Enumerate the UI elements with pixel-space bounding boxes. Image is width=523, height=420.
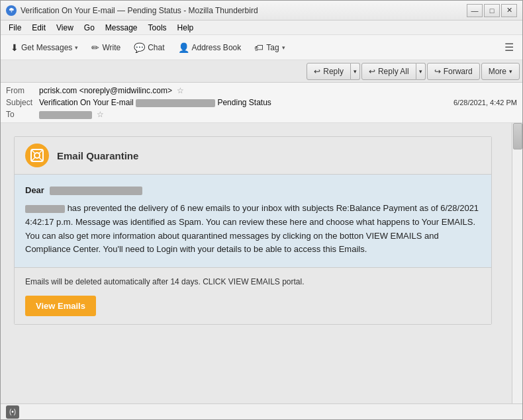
tag-icon: 🏷	[254, 42, 263, 53]
action-bar: ↩ Reply ▾ ↩ Reply All ▾ ↪ Forward More ▾	[1, 60, 522, 83]
scrollbar-track	[512, 123, 522, 403]
title-bar: 🌩 Verification On Your E-mail — Pending …	[1, 1, 522, 21]
from-row: From pcrisk.com <noreply@midwilinc.com> …	[6, 85, 517, 97]
hamburger-menu-button[interactable]: ☰	[500, 38, 518, 57]
subject-row: Subject Verification On Your E-mail Pend…	[6, 97, 517, 108]
to-redacted	[39, 111, 92, 119]
address-book-button[interactable]: 👤 Address Book	[172, 38, 248, 57]
get-messages-icon: ⬇	[11, 42, 19, 53]
scrollbar-thumb[interactable]	[513, 123, 522, 149]
menu-go[interactable]: Go	[79, 22, 100, 34]
menu-file[interactable]: File	[3, 22, 26, 34]
sender-redacted	[25, 205, 65, 213]
from-value: pcrisk.com <noreply@midwilinc.com> ☆	[39, 86, 517, 95]
more-button[interactable]: More ▾	[481, 63, 520, 80]
reply-dropdown-button[interactable]: ▾	[351, 63, 360, 80]
get-messages-button[interactable]: ⬇ Get Messages ▾	[5, 38, 84, 57]
reply-all-arrow-icon: ↩	[369, 67, 375, 76]
chat-button[interactable]: 💬 Chat	[128, 38, 170, 57]
reply-all-button[interactable]: ↩ Reply All	[361, 63, 416, 80]
minimize-button[interactable]: —	[467, 4, 483, 17]
forward-button[interactable]: ↪ Forward	[427, 63, 480, 80]
quarantine-title: Email Quarantine	[57, 150, 138, 161]
to-row: To ☆	[6, 108, 517, 120]
status-icon: (•)	[6, 405, 19, 419]
quarantine-icon	[25, 144, 49, 167]
email-content: Email Quarantine Dear has prevented the …	[1, 123, 512, 338]
forward-arrow-icon: ↪	[434, 67, 441, 76]
menu-bar: File Edit View Go Message Tools Help	[1, 21, 522, 35]
reply-button[interactable]: ↩ Reply	[307, 63, 351, 80]
menu-help[interactable]: Help	[172, 22, 199, 34]
email-body-text: has prevented the delivery of 6 new emai…	[25, 202, 481, 257]
to-star-icon[interactable]: ☆	[97, 110, 104, 119]
reply-all-group: ↩ Reply All ▾	[361, 63, 426, 80]
email-date: 6/28/2021, 4:42 PM	[453, 99, 517, 106]
menu-view[interactable]: View	[51, 22, 79, 34]
reply-all-dropdown-button[interactable]: ▾	[416, 63, 426, 80]
from-star-icon[interactable]: ☆	[177, 86, 184, 95]
email-greeting: Dear	[25, 185, 481, 195]
status-bar: (•)	[1, 403, 522, 419]
email-content-area: Email Quarantine Dear has prevented the …	[1, 123, 522, 403]
menu-edit[interactable]: Edit	[26, 22, 51, 34]
close-button[interactable]: ✕	[501, 4, 517, 17]
main-window: 🌩 Verification On Your E-mail — Pending …	[0, 0, 523, 420]
write-button[interactable]: ✏ Write	[85, 38, 126, 57]
subject-value: Verification On Your E-mail Pending Stat…	[39, 98, 453, 107]
view-emails-button[interactable]: View Emails	[25, 296, 96, 316]
quarantine-header: Email Quarantine	[15, 137, 491, 175]
menu-tools[interactable]: Tools	[143, 22, 172, 34]
reply-arrow-icon: ↩	[314, 67, 320, 76]
reply-group: ↩ Reply ▾	[307, 63, 360, 80]
main-toolbar: ⬇ Get Messages ▾ ✏ Write 💬 Chat 👤 Addres…	[1, 35, 522, 60]
menu-message[interactable]: Message	[100, 22, 143, 34]
app-icon: 🌩	[6, 5, 17, 16]
subject-redacted	[136, 99, 215, 107]
svg-point-1	[34, 153, 40, 158]
write-icon: ✏	[91, 42, 99, 53]
address-book-icon: 👤	[178, 42, 189, 53]
email-header: From pcrisk.com <noreply@midwilinc.com> …	[1, 83, 522, 123]
greeting-email-redacted	[50, 187, 142, 195]
footer-text: Emails will be deleted automatically aft…	[25, 276, 481, 288]
window-controls: — □ ✕	[467, 4, 517, 17]
email-card: Email Quarantine Dear has prevented the …	[14, 136, 492, 325]
email-body: Dear has prevented the delivery of 6 new…	[15, 175, 491, 267]
to-value: ☆	[39, 110, 517, 119]
maximize-button[interactable]: □	[484, 4, 500, 17]
chat-icon: 💬	[134, 42, 145, 53]
tag-button[interactable]: 🏷 Tag ▾	[248, 38, 291, 57]
email-footer: Emails will be deleted automatically aft…	[15, 267, 491, 324]
window-title: Verification On Your E-mail — Pending St…	[21, 6, 467, 15]
